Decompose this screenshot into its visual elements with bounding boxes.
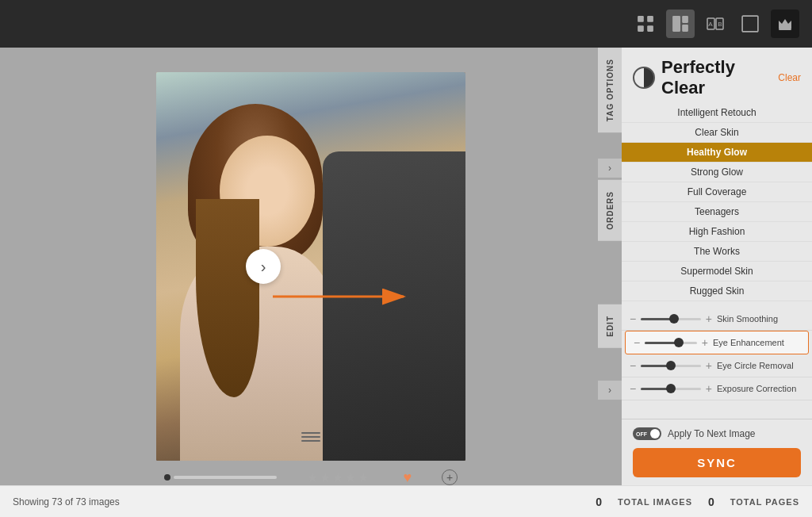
svg-rect-1 [647, 16, 653, 22]
preset-high-fashion[interactable]: High Fashion [622, 222, 812, 242]
svg-rect-3 [647, 25, 653, 32]
main-content: ★★★★★ ♥ + › [0, 48, 812, 485]
photo-container: ★★★★★ ♥ + [156, 72, 465, 461]
orders-tab[interactable]: ORDERS [598, 180, 622, 241]
preset-supermodel-skin[interactable]: Supermodel Skin [622, 262, 812, 281]
next-arrow-button[interactable]: › [246, 249, 281, 284]
preset-healthy-glow[interactable]: Healthy Glow [622, 143, 812, 163]
grid-large-icon[interactable] [666, 10, 695, 38]
exposure-correction-row: − + Exposure Correction [622, 377, 812, 400]
preset-list: Intelligent Retouch Clear Skin Healthy G… [622, 103, 812, 301]
svg-rect-11 [742, 16, 758, 32]
eye-circle-plus[interactable]: + [706, 359, 712, 372]
pc-header: Perfectly Clear Clear [622, 48, 812, 103]
edit-tab[interactable]: EDIT [598, 304, 622, 348]
apply-label: Apply To Next Image [668, 428, 756, 439]
eye-enhancement-row: − + Eye Enhancement [625, 331, 809, 354]
exposure-track[interactable] [641, 388, 701, 390]
heart-icon[interactable]: ♥ [404, 469, 412, 486]
app-title: Perfectly Clear [661, 57, 772, 98]
svg-rect-5 [682, 16, 688, 23]
status-bar: Showing 73 of 73 images 0 TOTAL IMAGES 0… [0, 485, 812, 517]
skin-smoothing-plus[interactable]: + [706, 312, 712, 325]
total-pages-value: 0 [708, 496, 714, 508]
total-images-value: 0 [596, 496, 602, 508]
hamburger-menu[interactable] [301, 432, 320, 442]
panel-collapse-top[interactable]: › [598, 159, 622, 178]
add-button[interactable]: + [442, 469, 458, 485]
svg-rect-4 [672, 16, 680, 32]
panel-collapse-bottom[interactable]: › [598, 381, 622, 400]
image-area: ★★★★★ ♥ + › [0, 48, 622, 485]
fullscreen-icon[interactable] [736, 10, 764, 38]
svg-rect-2 [638, 25, 644, 32]
crown-icon[interactable] [771, 10, 799, 38]
preset-intelligent-retouch[interactable]: Intelligent Retouch [622, 103, 812, 123]
svg-text:B: B [718, 21, 722, 28]
eye-circle-label: Eye Circle Removal [717, 361, 804, 370]
status-right: 0 TOTAL IMAGES 0 TOTAL PAGES [596, 496, 799, 508]
skin-smoothing-label: Skin Smoothing [717, 314, 804, 324]
perfectly-clear-logo [633, 67, 655, 89]
compare-ab-icon[interactable]: AB [701, 10, 730, 38]
svg-marker-12 [779, 19, 791, 29]
exposure-minus[interactable]: − [630, 382, 636, 395]
grid-small-icon[interactable] [631, 10, 660, 38]
progress-dot [164, 474, 170, 481]
eye-enhancement-plus[interactable]: + [702, 336, 708, 349]
eye-circle-track[interactable] [641, 365, 701, 367]
svg-rect-6 [682, 25, 688, 32]
eye-enhancement-track[interactable] [645, 342, 697, 344]
total-images-label: TOTAL IMAGES [618, 497, 692, 507]
svg-text:A: A [708, 21, 713, 28]
apply-row: Apply To Next Image [633, 427, 801, 440]
star-rating[interactable]: ★★★★★ [307, 470, 370, 485]
eye-circle-minus[interactable]: − [630, 359, 636, 372]
svg-rect-0 [638, 16, 644, 22]
apply-toggle[interactable] [633, 427, 661, 440]
preset-rugged-skin[interactable]: Rugged Skin [622, 281, 812, 301]
sync-button[interactable]: SYNC [633, 448, 801, 477]
photo [156, 72, 465, 461]
exposure-label: Exposure Correction [717, 384, 804, 393]
bottom-controls: Apply To Next Image SYNC [622, 419, 812, 485]
showing-text: Showing 73 of 73 images [13, 496, 120, 507]
progress-bar [174, 476, 277, 479]
preset-full-coverage[interactable]: Full Coverage [622, 182, 812, 202]
sliders-section: − + Skin Smoothing − + Eye Enhancement [622, 301, 812, 419]
total-pages-label: TOTAL PAGES [730, 497, 799, 507]
eye-enhancement-label: Eye Enhancement [713, 338, 800, 347]
preset-the-works[interactable]: The Works [622, 242, 812, 262]
preset-strong-glow[interactable]: Strong Glow [622, 163, 812, 182]
eye-circle-removal-row: − + Eye Circle Removal [622, 354, 812, 377]
tag-options-tab[interactable]: TAG OPTIONS [598, 48, 622, 132]
svg-rect-13 [779, 29, 791, 30]
right-panel: TAG OPTIONS ORDERS EDIT › › Perfectly Cl… [622, 48, 812, 485]
clear-button[interactable]: Clear [778, 72, 801, 83]
toolbar: AB [0, 0, 812, 48]
exposure-plus[interactable]: + [706, 382, 712, 395]
eye-enhancement-minus[interactable]: − [634, 336, 640, 349]
preset-clear-skin[interactable]: Clear Skin [622, 123, 812, 143]
skin-smoothing-track[interactable] [641, 318, 701, 320]
skin-smoothing-minus[interactable]: − [630, 312, 636, 325]
skin-smoothing-row: − + Skin Smoothing [622, 308, 812, 331]
preset-teenagers[interactable]: Teenagers [622, 202, 812, 222]
dot-progress [164, 474, 277, 481]
side-tabs: TAG OPTIONS ORDERS EDIT [598, 48, 622, 485]
